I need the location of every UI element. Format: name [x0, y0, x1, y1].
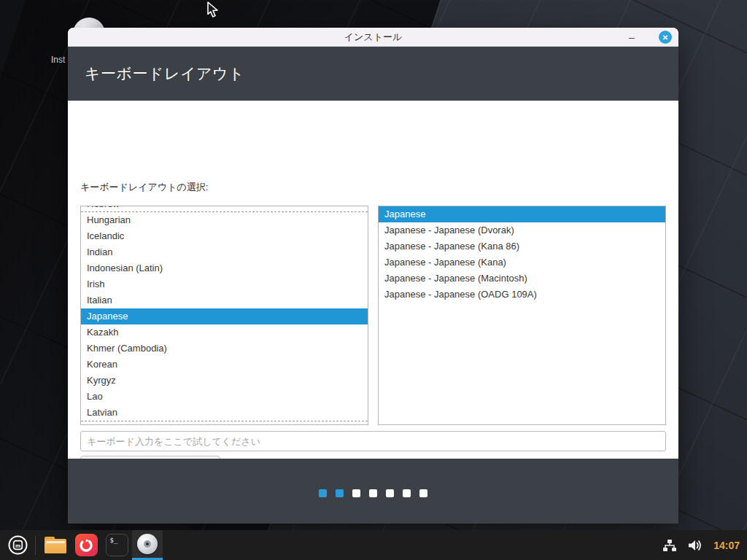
- taskbar-clock[interactable]: 14:07: [713, 540, 740, 551]
- close-button[interactable]: ✕: [659, 31, 672, 44]
- taskbar-separator: [35, 536, 36, 555]
- list-item[interactable]: Kazakh: [81, 324, 368, 341]
- titlebar[interactable]: インストール – ✕: [68, 28, 678, 47]
- terminal-icon: $_: [106, 534, 128, 556]
- progress-step-dot: [403, 489, 411, 497]
- list-item[interactable]: Kyrgyz: [81, 373, 368, 389]
- step-title: キーボードレイアウト: [68, 63, 244, 84]
- list-item[interactable]: Indian: [81, 244, 368, 260]
- mint-menu-button[interactable]: m: [0, 530, 35, 560]
- keyboard-test-input[interactable]: [80, 431, 666, 451]
- web-browser-launcher[interactable]: [71, 530, 101, 560]
- list-item-partial[interactable]: Lithuanian: [81, 421, 368, 425]
- progress-steps: [68, 489, 678, 497]
- mint-logo-icon: m: [7, 534, 28, 556]
- keyboard-layout-list[interactable]: Hebrew HungarianIcelandicIndianIndonesia…: [80, 206, 368, 425]
- file-manager-launcher[interactable]: [40, 530, 71, 560]
- list-item[interactable]: Indonesian (Latin): [81, 260, 368, 276]
- list-item[interactable]: Japanese - Japanese (Macintosh): [379, 271, 665, 287]
- progress-step-dot: [369, 489, 377, 497]
- select-layout-label: キーボードレイアウトの選択:: [80, 181, 208, 194]
- volume-icon[interactable]: [687, 539, 703, 552]
- list-item[interactable]: Japanese - Japanese (Dvorak): [379, 222, 665, 238]
- list-item[interactable]: Italian: [81, 292, 368, 308]
- keyboard-variant-list[interactable]: JapaneseJapanese - Japanese (Dvorak)Japa…: [378, 206, 666, 425]
- progress-step-dot: [386, 489, 394, 497]
- progress-step-dot: [336, 489, 344, 497]
- svg-text:m: m: [15, 542, 20, 549]
- list-item[interactable]: Korean: [81, 357, 368, 373]
- network-icon[interactable]: [662, 539, 677, 552]
- list-item[interactable]: Japanese: [379, 206, 665, 222]
- list-item[interactable]: Japanese: [81, 308, 368, 324]
- list-item-partial[interactable]: Hebrew: [81, 206, 368, 212]
- installer-disc-icon: [137, 534, 158, 554]
- list-item[interactable]: Irish: [81, 276, 368, 292]
- list-item[interactable]: Japanese - Japanese (Kana 86): [379, 238, 665, 254]
- list-item[interactable]: Latvian: [81, 405, 368, 421]
- folder-icon: [44, 537, 66, 553]
- install-desktop-icon-label: Inst: [51, 55, 65, 65]
- installer-window: インストール – ✕ キーボードレイアウト キーボードレイアウトの選択: Heb…: [68, 28, 678, 524]
- variant-list-rows: JapaneseJapanese - Japanese (Dvorak)Japa…: [379, 206, 665, 303]
- progress-step-dot: [419, 489, 427, 497]
- layout-list-rows: HungarianIcelandicIndianIndonesian (Lati…: [81, 212, 368, 421]
- list-item[interactable]: Japanese - Japanese (OADG 109A): [379, 287, 665, 303]
- taskbar: m $_: [0, 530, 747, 560]
- installer-task-active[interactable]: [132, 530, 163, 560]
- list-item[interactable]: Lao: [81, 389, 368, 405]
- progress-step-dot: [319, 489, 327, 497]
- list-item[interactable]: Khmer (Cambodia): [81, 341, 368, 357]
- list-item[interactable]: Hungarian: [81, 212, 368, 228]
- step-content: キーボードレイアウトの選択: Hebrew HungarianIcelandic…: [68, 101, 678, 459]
- step-header: キーボードレイアウト: [68, 47, 678, 101]
- window-title: インストール: [68, 31, 678, 44]
- list-item[interactable]: Japanese - Japanese (Kana): [379, 254, 665, 271]
- firefox-icon: [75, 534, 98, 556]
- list-item[interactable]: Icelandic: [81, 228, 368, 244]
- progress-step-dot: [352, 489, 360, 497]
- terminal-launcher[interactable]: $_: [101, 530, 132, 560]
- minimize-button[interactable]: –: [623, 28, 640, 47]
- progress-footer: [68, 459, 678, 524]
- mouse-cursor-icon: [206, 1, 222, 19]
